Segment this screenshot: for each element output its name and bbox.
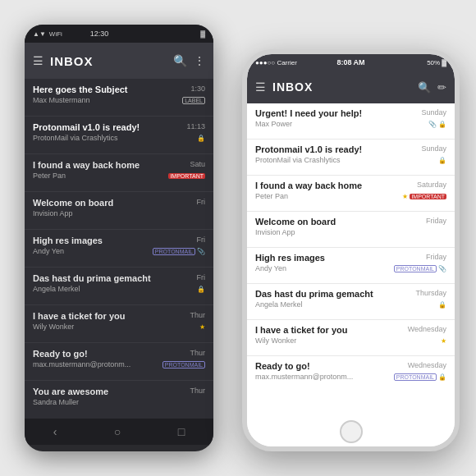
android-email-badges: PROTONMAIL [162,361,205,368]
iphone-email-item[interactable]: I have a ticket for youWednesdayWily Won… [247,320,455,356]
iphone-email-time: Sunday [421,144,446,153]
android-email-from: Max Mustermann [33,96,182,104]
android-email-item[interactable]: Ready to go!Thurmax.mustermann@protonm..… [25,343,213,381]
android-email-subject: Ready to go! [33,349,190,359]
iphone-battery-icon: ▓ [442,59,446,66]
android-search-icon[interactable]: 🔍 [173,54,187,67]
iphone-email-subject: Das hast du prima gemacht [255,289,415,299]
android-email-item[interactable]: Protonmail v1.0 is ready!11:13ProtonMail… [25,117,213,154]
iphone-email-item[interactable]: Ready to go!Wednesdaymax.mustermann@prot… [247,356,455,392]
iphone-battery-text: 50% [427,59,440,66]
android-email-item[interactable]: Das hast du prima gemachtFriAngela Merke… [25,268,213,305]
android-email-item[interactable]: You are awesomeThurSandra Muller [25,381,213,419]
iphone-email-badges: PROTONMAIL📎 [394,265,446,272]
email-badge: PROTONMAIL [394,373,437,381]
lock-icon: 🔒 [197,135,205,142]
iphone-email-time: Friday [426,217,446,225]
android-email-time: Thur [190,387,205,395]
android-inbox-title: INBOX [50,54,167,68]
attachment-icon: 📎 [438,265,446,272]
iphone-menu-icon[interactable]: ☰ [255,80,266,94]
android-wifi-icon: WiFi [49,30,62,38]
star-icon[interactable]: ★ [199,323,205,331]
iphone-email-time: Wednesday [408,361,446,369]
iphone-compose-icon[interactable]: ✏ [437,81,446,94]
iphone-email-subject: Ready to go! [255,361,408,371]
android-email-badges: 🔒 [197,286,205,293]
android-email-time: 1:30 [190,85,205,93]
iphone-home-bar [247,417,455,446]
android-battery-icon: ▓ [200,30,205,38]
iphone-search-icon[interactable]: 🔍 [418,81,431,94]
email-badge: PROTONMAIL [394,265,437,272]
lock-icon: 🔒 [438,301,446,309]
android-email-from: Invision App [33,209,205,217]
android-back-button[interactable]: ‹ [53,425,57,438]
android-email-badges: 🔒 [197,135,205,142]
android-email-time: Fri [197,198,206,206]
iphone-email-from: max.mustermann@protonm... [255,373,394,381]
android-email-subject: Protonmail v1.0 is ready! [33,122,186,132]
android-email-time: Thur [190,349,205,357]
iphone-email-item[interactable]: Protonmail v1.0 is ready!SundayProtonMai… [247,140,455,176]
iphone-email-subject: I have a ticket for you [255,325,408,335]
iphone-time: 8:08 AM [319,58,383,66]
iphone-email-badges: ★IMPORTANT [402,193,446,200]
iphone-email-from: Invision App [255,228,446,236]
android-time: 12:30 [90,30,109,38]
android-email-item[interactable]: I found a way back homeSatuPeter PanIMPO… [25,154,213,192]
iphone-email-badges: 🔒 [438,157,446,164]
email-badge: PROTONMAIL [153,248,195,255]
android-email-badges: PROTONMAIL📎 [153,248,205,255]
android-email-from: Sandra Muller [33,398,205,406]
android-email-subject: I found a way back home [33,160,190,170]
android-email-from: Peter Pan [33,172,168,180]
iphone-email-badges: 📎🔒 [428,121,446,128]
android-phone: ▲▼ WiFi 12:30 ▓ ☰ INBOX 🔍 ⋮ Here goes th… [25,25,213,451]
iphone-email-badges: 🔒 [438,301,446,309]
android-email-subject: Das hast du prima gemacht [33,273,197,283]
iphone-inner: ●●●○○ Carrier 8:08 AM 50% ▓ ☰ INBOX 🔍 ✏ … [247,54,455,446]
iphone: ●●●○○ Carrier 8:08 AM 50% ▓ ☰ INBOX 🔍 ✏ … [242,49,460,451]
star-icon[interactable]: ★ [402,193,408,200]
android-email-item[interactable]: High res imagesFriAndy YenPROTONMAIL📎 [25,230,213,268]
iphone-home-button[interactable] [340,420,363,443]
iphone-email-subject: Urgent! I need your help! [255,108,421,118]
android-email-item[interactable]: I have a ticket for youThurWily Wonker★ [25,305,213,343]
android-header: ☰ INBOX 🔍 ⋮ [25,43,213,79]
android-email-from: max.mustermann@protonm... [33,360,162,368]
android-more-icon[interactable]: ⋮ [194,54,205,67]
iphone-email-item[interactable]: Das hast du prima gemachtThursdayAngela … [247,284,455,320]
android-email-time: 11:13 [186,122,205,130]
android-home-button[interactable]: ○ [114,425,121,438]
android-email-time: Fri [197,236,206,244]
lock-icon: 🔒 [438,121,446,128]
iphone-email-from: ProtonMail via Crashlytics [255,156,438,164]
iphone-email-from: Wily Wonker [255,336,441,345]
star-icon[interactable]: ★ [441,337,446,345]
android-email-item[interactable]: Here goes the Subject1:30Max MustermannL… [25,79,213,117]
iphone-email-subject: I found a way back home [255,181,417,190]
iphone-email-subject: High res images [255,253,426,263]
android-email-time: Thur [190,311,205,319]
iphone-inbox-title: INBOX [272,80,411,94]
iphone-email-from: Peter Pan [255,192,402,200]
iphone-email-from: Angela Merkel [255,300,438,309]
scene: ▲▼ WiFi 12:30 ▓ ☰ INBOX 🔍 ⋮ Here goes th… [0,0,476,476]
android-email-from: ProtonMail via Crashlytics [33,134,197,142]
lock-icon: 🔒 [197,286,205,293]
iphone-email-item[interactable]: Urgent! I need your help!SundayMax Power… [247,103,455,140]
android-email-item[interactable]: Welcome on boardFriInvision App [25,192,213,230]
lock-icon: 🔒 [438,373,446,381]
email-badge: LABEL [182,97,205,104]
iphone-email-item[interactable]: Welcome on boardFridayInvision App [247,212,455,248]
attachment-icon: 📎 [428,121,437,128]
android-email-subject: You are awesome [33,387,190,396]
android-email-badges: ★ [199,323,205,331]
android-menu-icon[interactable]: ☰ [33,54,43,67]
iphone-email-time: Wednesday [408,325,446,333]
iphone-email-item[interactable]: High res imagesFridayAndy YenPROTONMAIL📎 [247,248,455,284]
iphone-email-item[interactable]: I found a way back homeSaturdayPeter Pan… [247,176,455,212]
android-recent-button[interactable]: □ [178,425,185,438]
android-email-badges: LABEL [182,97,205,104]
